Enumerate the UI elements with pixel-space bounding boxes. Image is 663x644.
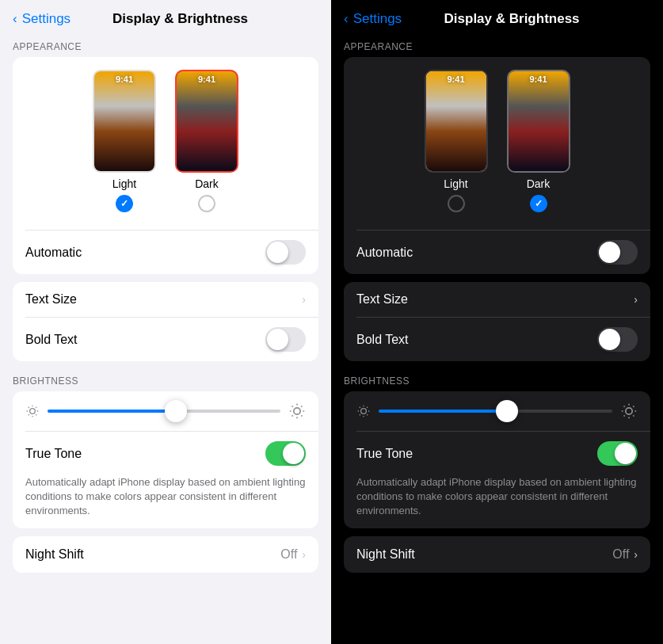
- appearance-options-container-dark: 9:41 Light 9:41: [344, 57, 650, 230]
- light-phone-mockup: 9:41: [93, 70, 156, 173]
- bold-text-label-dark: Bold Text: [356, 333, 409, 347]
- night-shift-value-dark: Off: [612, 547, 629, 562]
- brightness-track-dark[interactable]: [379, 410, 612, 413]
- dark-radio-light[interactable]: [198, 195, 215, 212]
- page-title-light: Display & Brightness: [112, 11, 248, 27]
- svg-point-27: [626, 408, 632, 414]
- bold-text-toggle-dark[interactable]: [597, 327, 638, 352]
- brightness-card-light: True Tone Automatically adapt iPhone dis…: [13, 391, 318, 528]
- light-mode-label-dark: Light: [444, 177, 467, 190]
- night-shift-chevron-light: ›: [302, 548, 306, 561]
- sun-small-icon-dark: [356, 404, 371, 418]
- text-size-label-dark: Text Size: [356, 292, 408, 307]
- automatic-label-dark: Automatic: [356, 246, 413, 260]
- back-chevron-light: ‹: [13, 11, 17, 27]
- sun-large-icon-light: [288, 402, 306, 420]
- brightness-thumb-dark[interactable]: [496, 400, 518, 422]
- back-button-light[interactable]: Settings: [22, 11, 70, 27]
- text-card-light: Text Size › Bold Text: [13, 282, 318, 361]
- text-size-label-light: Text Size: [25, 292, 77, 307]
- dark-mode-option[interactable]: 9:41 Dark: [175, 70, 238, 212]
- night-shift-row-dark[interactable]: Night Shift Off ›: [344, 536, 650, 573]
- svg-line-4: [36, 414, 36, 415]
- svg-line-21: [360, 407, 360, 408]
- night-shift-right-dark: Off ›: [612, 547, 638, 562]
- appearance-options-light: 9:41 Light ✓: [22, 70, 309, 212]
- dark-mode-option-dark[interactable]: 9:41 Dark ✓: [507, 70, 570, 212]
- svg-line-26: [367, 407, 368, 408]
- light-phone-time-dark: 9:41: [426, 74, 486, 84]
- svg-line-30: [624, 406, 625, 407]
- bold-text-thumb-light: [267, 329, 288, 350]
- bold-text-thumb-dark: [599, 329, 620, 350]
- light-radio-selected[interactable]: ✓: [116, 195, 133, 212]
- true-tone-toggle-light[interactable]: [265, 441, 306, 466]
- night-shift-row-light[interactable]: Night Shift Off ›: [13, 536, 318, 573]
- svg-line-13: [301, 415, 302, 416]
- bold-text-label-light: Bold Text: [25, 333, 78, 347]
- light-mode-option-dark[interactable]: 9:41 Light: [425, 70, 488, 212]
- appearance-card-dark: 9:41 Light 9:41: [344, 57, 650, 274]
- true-tone-description-dark: Automatically adapt iPhone display based…: [344, 475, 650, 528]
- automatic-toggle-light[interactable]: [265, 240, 306, 265]
- dark-phone-inner-light: 9:41: [177, 71, 237, 171]
- light-phone-inner: 9:41: [94, 71, 154, 171]
- text-size-right-dark: ›: [634, 293, 638, 306]
- text-size-row-light[interactable]: Text Size ›: [13, 282, 318, 317]
- bold-text-toggle-light[interactable]: [265, 327, 306, 352]
- night-shift-right-light: Off ›: [280, 547, 306, 562]
- automatic-toggle-dark[interactable]: [597, 240, 638, 265]
- brightness-track-light[interactable]: [48, 410, 280, 413]
- night-shift-chevron-dark: ›: [634, 548, 638, 561]
- true-tone-thumb-dark: [615, 443, 636, 464]
- brightness-thumb-light[interactable]: [165, 400, 187, 422]
- svg-point-18: [361, 409, 367, 414]
- light-mode-option[interactable]: 9:41 Light ✓: [93, 70, 156, 212]
- brightness-fill-light: [48, 410, 176, 413]
- brightness-section-label-light: BRIGHTNESS: [0, 369, 331, 391]
- brightness-fill-dark: [379, 410, 507, 413]
- header-light: ‹ Settings Display & Brightness: [0, 0, 331, 35]
- dark-wallpaper-dark: 9:41: [509, 71, 569, 171]
- appearance-section-label-dark: APPEARANCE: [331, 35, 663, 57]
- dark-checkmark: ✓: [535, 198, 543, 209]
- appearance-options-dark: 9:41 Light 9:41: [353, 70, 641, 212]
- dark-phone-time-dark: 9:41: [509, 74, 569, 84]
- text-card-dark: Text Size › Bold Text: [344, 282, 650, 361]
- appearance-section-label-light: APPEARANCE: [0, 35, 331, 57]
- night-shift-value-light: Off: [280, 547, 297, 562]
- svg-line-17: [301, 406, 302, 407]
- dark-wallpaper-light: 9:41: [177, 71, 237, 171]
- night-shift-card-light: Night Shift Off ›: [13, 536, 318, 573]
- night-shift-card-dark: Night Shift Off ›: [344, 536, 650, 573]
- bold-text-row-light: Bold Text: [13, 318, 318, 361]
- automatic-row-dark: Automatic: [344, 231, 650, 274]
- light-phone-time: 9:41: [94, 74, 154, 84]
- automatic-toggle-thumb-light: [267, 242, 288, 263]
- page-title-dark: Display & Brightness: [444, 11, 580, 27]
- light-phone-mockup-dark: 9:41: [425, 70, 488, 173]
- automatic-label-light: Automatic: [25, 246, 82, 260]
- true-tone-row-dark: True Tone: [344, 432, 650, 475]
- brightness-slider-container-dark: [344, 391, 650, 431]
- dark-mode-label-dark: Dark: [527, 177, 551, 190]
- light-radio-dark[interactable]: [448, 195, 465, 212]
- true-tone-row-light: True Tone: [13, 432, 318, 475]
- sun-large-icon-dark: [620, 402, 638, 420]
- true-tone-toggle-dark[interactable]: [597, 441, 638, 466]
- dark-mode-label-light: Dark: [195, 177, 219, 190]
- header-dark: ‹ Settings Display & Brightness: [331, 0, 663, 35]
- svg-line-34: [624, 415, 625, 416]
- svg-line-12: [292, 406, 293, 407]
- true-tone-label-dark: True Tone: [356, 447, 413, 461]
- text-size-row-dark[interactable]: Text Size ›: [344, 282, 650, 317]
- appearance-card-light: 9:41 Light ✓: [13, 57, 318, 274]
- automatic-row-light: Automatic: [13, 231, 318, 274]
- svg-point-0: [30, 409, 36, 414]
- light-wallpaper: 9:41: [94, 71, 154, 171]
- dark-radio-selected[interactable]: ✓: [530, 195, 547, 212]
- automatic-toggle-thumb-dark: [599, 242, 620, 263]
- back-button-dark[interactable]: Settings: [353, 11, 402, 27]
- svg-line-31: [633, 415, 634, 416]
- svg-point-9: [294, 408, 300, 414]
